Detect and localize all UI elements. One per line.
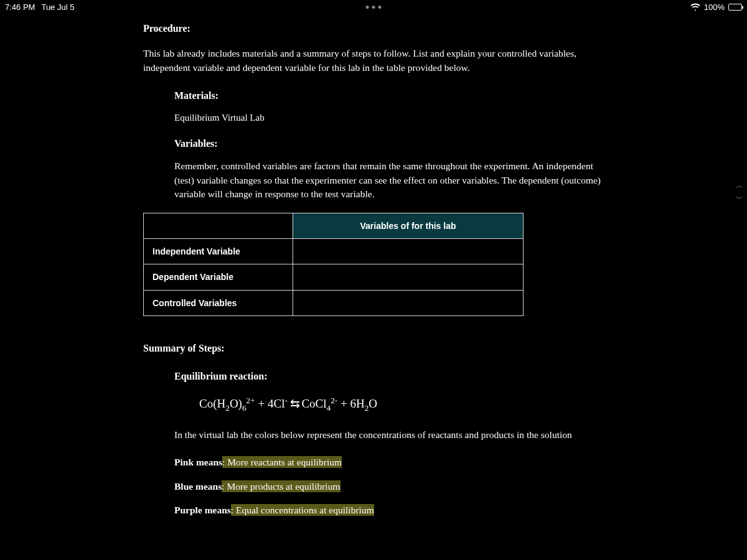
chevron-down-icon[interactable]: ﹀ xyxy=(736,194,743,204)
table-row: Controlled Variables xyxy=(144,290,524,315)
row-label: Controlled Variables xyxy=(144,290,293,315)
procedure-heading: Procedure: xyxy=(143,21,604,35)
status-date: Tue Jul 5 xyxy=(41,2,74,12)
status-time: 7:46 PM xyxy=(5,2,35,12)
variables-table: Variables of for this lab Independent Va… xyxy=(143,213,524,316)
variables-text: Remember, controlled variables are facto… xyxy=(174,159,604,201)
purple-label: Purple means xyxy=(174,505,231,515)
summary-heading: Summary of Steps: xyxy=(143,341,604,355)
purple-highlight: : Equal concentrations at equilibrium xyxy=(231,504,374,516)
table-row: Independent Variable xyxy=(144,238,524,264)
row-value[interactable] xyxy=(293,264,524,290)
row-value[interactable] xyxy=(293,238,524,264)
table-header-empty xyxy=(144,213,293,238)
scroll-arrows[interactable]: ︿ ﹀ xyxy=(736,180,743,204)
materials-value: Equilibrium Virtual Lab xyxy=(174,111,604,125)
status-right: 100% xyxy=(690,2,742,12)
purple-line: Purple means: Equal concentrations at eq… xyxy=(174,503,604,517)
battery-percent: 100% xyxy=(704,2,725,12)
battery-icon xyxy=(728,4,742,11)
variables-heading: Variables: xyxy=(174,136,604,151)
pink-highlight: : More reactants at equilibrium xyxy=(222,456,342,468)
chevron-up-icon[interactable]: ︿ xyxy=(736,180,743,191)
colors-intro: In the virtual lab the colors below repr… xyxy=(174,428,604,442)
row-label: Independent Variable xyxy=(144,238,293,264)
multitask-dots-icon[interactable] xyxy=(366,6,382,9)
blue-label: Blue means xyxy=(174,481,222,492)
pink-label: Pink means xyxy=(174,457,222,467)
materials-heading: Materials: xyxy=(174,88,604,103)
equilibrium-heading: Equilibrium reaction: xyxy=(174,369,604,383)
table-row: Dependent Variable xyxy=(144,264,524,290)
row-label: Dependent Variable xyxy=(144,264,293,290)
pink-line: Pink means: More reactants at equilibriu… xyxy=(174,455,604,469)
blue-highlight: : More products at equilibrium xyxy=(222,480,340,492)
equation: Co(H2O)62+ + 4Cl- ⇆ CoCl42- + 6H2O xyxy=(199,394,604,414)
table-header-right: Variables of for this lab xyxy=(293,213,524,238)
table-header-row: Variables of for this lab xyxy=(144,213,524,238)
status-bar: 7:46 PM Tue Jul 5 100% xyxy=(0,0,747,14)
document-body: Procedure: This lab already includes mat… xyxy=(0,14,747,517)
blue-line: Blue means: More products at equilibrium xyxy=(174,480,604,493)
row-value[interactable] xyxy=(293,290,524,315)
procedure-text: This lab already includes materials and … xyxy=(143,47,604,75)
status-left: 7:46 PM Tue Jul 5 xyxy=(5,2,74,12)
wifi-icon xyxy=(690,3,700,11)
